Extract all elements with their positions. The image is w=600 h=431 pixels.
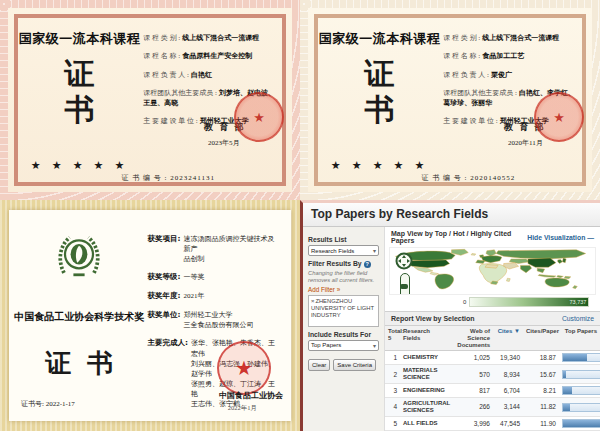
help-icon[interactable]: ? <box>364 261 371 268</box>
map-zoom-slider[interactable] <box>400 273 410 295</box>
cites-per-paper-value: 15.67 <box>523 365 559 384</box>
col-research-fields[interactable]: Research Fields <box>400 326 452 351</box>
cert-field-row: 课 程 类 别 :线上线下混合式一流课程 <box>143 34 276 43</box>
col-top-papers[interactable]: Top Papers <box>559 326 600 351</box>
cert-char-2: 书 <box>365 92 395 128</box>
field-value: 郑州轻工业大学 三全食品股份有限公司 <box>184 310 254 330</box>
star-row: ★ ★ ★ ★ ★ <box>31 159 129 172</box>
field-value: 速冻汤圆品质调控关键技术及新产 品创制 <box>184 234 281 264</box>
table-row: 2 MATERIALS SCIENCE 570 8,934 15.67 4 <box>385 365 600 384</box>
col-total: Total: 5 <box>385 326 400 351</box>
field-label: 获奖年度: <box>148 291 181 302</box>
map-view-title: Map View by Top / Hot / Highly Cited Pap… <box>391 230 527 244</box>
chevron-down-icon: ▾ <box>373 342 376 349</box>
field-value: 2021年 <box>184 291 205 302</box>
legend-min: 0 <box>463 299 466 305</box>
issuer-seal-group: 教 育 部 2020年11月 ★ <box>500 100 584 158</box>
association-seal-icon: ★ <box>217 341 271 395</box>
cites-value: 47,545 <box>493 417 523 431</box>
certificate-tr: 国家级一流本科课程 证 书 ★ ★ ★ ★ ★ 课 程 类 别 :线上线下混合式… <box>300 0 600 200</box>
certificate-serial: 证 书 编 号 : 2020140552 <box>422 173 516 183</box>
serial-label: 证书号: <box>21 400 44 408</box>
clear-button[interactable]: Clear <box>308 359 330 371</box>
field-link[interactable]: ENGINEERING <box>400 384 452 398</box>
hide-visualization-link[interactable]: Hide Visualization — <box>527 234 594 241</box>
table-row: 1 CHEMISTRY 1,025 19,340 18.87 33 <box>385 351 600 365</box>
issue-date: 2023年5月 <box>208 138 240 148</box>
field-label: 获奖等级: <box>148 272 181 283</box>
world-map[interactable] <box>389 247 596 295</box>
table-row: 5 ALL FIELDS 3,996 47,545 11.90 72 <box>385 417 600 431</box>
documents-value: 570 <box>452 365 493 384</box>
cites-value: 8,934 <box>493 365 523 384</box>
certificate-bl: 中国食品工业协会科学技术奖 证 书 证书号: 2022-1-17 获奖项目:速冻… <box>0 200 300 431</box>
col-cites-per-paper[interactable]: Cites/Paper <box>523 326 559 351</box>
field-label: 课 程 类 别 : <box>143 34 180 42</box>
cites-value: 19,340 <box>493 351 523 365</box>
include-results-select[interactable]: Top Papers▾ <box>308 340 379 351</box>
certificate-title: 国家级一流本科课程 <box>19 30 141 48</box>
collage: 国家级一流本科课程 证 书 ★ ★ ★ ★ ★ 课 程 类 别 :线上线下混合式… <box>0 0 600 431</box>
col-cites-sort[interactable]: Cites ▼ <box>493 326 523 351</box>
award-field-row: 获奖项目:速冻汤圆品质调控关键技术及新产 品创制 <box>148 234 281 264</box>
certificate-tl-paper: 国家级一流本科课程 证 书 ★ ★ ★ ★ ★ 课 程 类 别 :线上线下混合式… <box>8 8 292 192</box>
row-rank: 5 <box>385 417 400 431</box>
award-field-row: 获奖等级:一等奖 <box>148 272 281 283</box>
documents-value: 3,996 <box>452 417 493 431</box>
field-link[interactable]: CHEMISTRY <box>400 351 452 365</box>
award-field-row: 获奖年度:2021年 <box>148 291 281 302</box>
cert-char-1: 证 <box>65 56 95 92</box>
certificate-tr-paper: 国家级一流本科课程 证 书 ★ ★ ★ ★ ★ 课 程 类 别 :线上线下混合式… <box>308 8 592 192</box>
top-papers-bar: 72 <box>562 419 600 428</box>
certificate-tl: 国家级一流本科课程 证 书 ★ ★ ★ ★ ★ 课 程 类 别 :线上线下混合式… <box>0 0 300 200</box>
issuer-name: 中国食品工业协会 <box>219 390 283 401</box>
award-field-row: 获奖单位:郑州轻工业大学 三全食品股份有限公司 <box>148 310 281 330</box>
cert-field-row: 课 程 负 责 人 :白艳红 <box>143 71 276 80</box>
remove-filter-icon[interactable]: × <box>311 298 314 304</box>
serial-number: 2020140552 <box>470 174 515 182</box>
star-row: ★ ★ ★ ★ ★ <box>331 159 429 172</box>
award-title: 中国食品工业协会科学技术奖 <box>14 310 144 324</box>
top-papers-bar: 10 <box>562 403 600 412</box>
field-label: 课 程 名 称 : <box>143 52 180 60</box>
field-value: 线上线下混合式一流课程 <box>482 34 559 42</box>
field-link[interactable]: ALL FIELDS <box>400 417 452 431</box>
col-documents[interactable]: Web of Science Documents <box>452 326 493 351</box>
row-rank: 3 <box>385 384 400 398</box>
issue-date: 2022年1月 <box>228 404 257 413</box>
certificate-big-text: 证 书 <box>365 56 395 128</box>
legend-max: 73,737 <box>570 298 587 306</box>
chevron-down-icon: ▾ <box>373 247 376 254</box>
documents-value: 266 <box>452 398 493 417</box>
cert-field-row: 课 程 负 责 人 :栗俊广 <box>443 71 576 80</box>
issuer-seal-group: ★ 中国食品工业协会 2022年1月 <box>175 355 285 417</box>
save-criteria-button[interactable]: Save Criteria <box>333 359 376 371</box>
issue-date: 2020年11月 <box>508 138 543 148</box>
certificate-big-text: 证 书 <box>65 56 95 128</box>
issuer-seal-group: 教 育 部 2023年5月 ★ <box>200 100 284 158</box>
field-label: 课程团队其他主要成员 : <box>443 89 517 97</box>
customize-link[interactable]: Customize <box>562 315 594 322</box>
field-label: 课 程 名 称 : <box>443 52 480 60</box>
cert-char-2: 书 <box>65 92 95 128</box>
map-pan-icon[interactable] <box>395 252 413 270</box>
field-link[interactable]: AGRICULTURAL SCIENCES <box>400 398 452 417</box>
cert-char-1: 证 <box>365 56 395 92</box>
field-value: 栗俊广 <box>491 71 512 79</box>
active-filter-label: ZHENGZHOU UNIVERSITY OF LIGHT INDUSTRY <box>311 298 374 318</box>
field-link[interactable]: MATERIALS SCIENCE <box>400 365 452 384</box>
field-label: 获奖单位: <box>148 310 181 330</box>
field-value: 食品加工工艺 <box>482 52 524 60</box>
top-papers-bar: 4 <box>562 370 600 379</box>
certificate-big-text: 证 书 <box>45 346 113 381</box>
field-label: 课 程 类 别 : <box>443 34 480 42</box>
serial-number: 2023241131 <box>170 174 215 182</box>
top-papers-bar: 13 <box>562 386 600 395</box>
include-results-value: Top Papers <box>311 342 341 348</box>
research-fields-table: Total: 5 Research Fields Web of Science … <box>385 326 600 431</box>
association-logo-icon <box>51 230 107 286</box>
certificate-serial: 证 书 编 号 : 2023241131 <box>122 173 215 183</box>
top-papers-bar: 33 <box>562 353 600 362</box>
results-list-select[interactable]: Research Fields▾ <box>308 245 379 256</box>
add-filter-link[interactable]: Add Filter » <box>308 286 379 293</box>
